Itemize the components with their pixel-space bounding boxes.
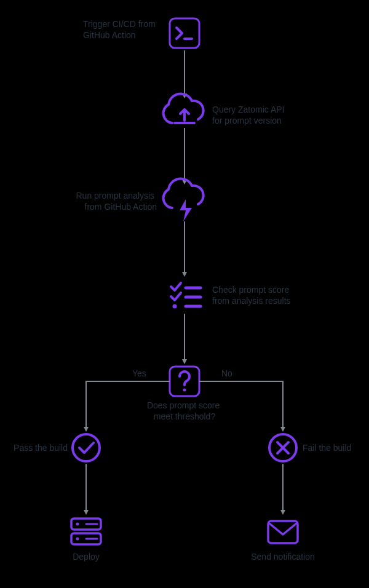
- node-label: Send notification: [251, 552, 315, 562]
- svg-rect-0: [170, 18, 199, 48]
- terminal-icon: [177, 28, 192, 39]
- node-deploy: Deploy: [71, 518, 101, 562]
- node-decision: Does prompt score meet threshold?: [147, 367, 222, 421]
- node-notify: Send notification: [251, 521, 315, 562]
- mail-icon: [268, 521, 298, 543]
- node-check: Check prompt score from analysis results: [171, 283, 292, 309]
- server-icon: [71, 518, 101, 544]
- svg-point-13: [76, 538, 79, 541]
- x-circle-icon: [269, 434, 296, 461]
- node-pass: Pass the build: [14, 434, 100, 461]
- node-label: Trigger CI/CD from GitHub Action: [83, 19, 158, 40]
- svg-point-7: [183, 389, 186, 392]
- node-label: Query Zatomic API for prompt version: [212, 105, 287, 125]
- node-label: Pass the build: [14, 443, 68, 453]
- node-label: Run prompt analysis from GitHub Action: [76, 191, 157, 212]
- question-icon: [180, 371, 189, 391]
- check-circle-icon: [73, 434, 100, 461]
- cloud-upload-icon: [164, 93, 204, 123]
- node-analysis: Run prompt analysis from GitHub Action: [76, 178, 203, 221]
- branch-label-no: No: [221, 368, 232, 378]
- svg-point-8: [73, 434, 100, 461]
- svg-rect-16: [268, 521, 298, 543]
- node-fail: Fail the build: [269, 434, 351, 461]
- svg-point-2: [173, 304, 177, 309]
- svg-point-12: [76, 523, 79, 526]
- node-trigger: Trigger CI/CD from GitHub Action: [83, 18, 199, 48]
- node-label: Does prompt score meet threshold?: [147, 400, 222, 421]
- node-label: Fail the build: [303, 443, 351, 453]
- cloud-lightning-icon: [164, 178, 204, 221]
- node-query: Query Zatomic API for prompt version: [164, 93, 287, 125]
- branch-label-yes: Yes: [132, 368, 146, 378]
- checklist-icon: [171, 283, 200, 309]
- node-label: Check prompt score from analysis results: [212, 285, 292, 306]
- node-label: Deploy: [73, 552, 100, 562]
